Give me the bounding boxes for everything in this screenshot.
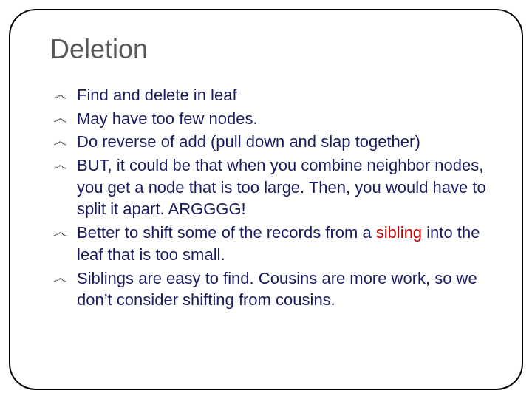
bullet-text: Better to shift some of the records from… [77, 222, 486, 265]
bullet-list: ෴ Find and delete in leaf ෴ May have too… [53, 84, 486, 311]
list-item: ෴ Find and delete in leaf [53, 84, 486, 106]
list-item: ෴ BUT, it could be that when you combine… [53, 154, 486, 220]
slide-title: Deletion [50, 34, 486, 65]
swirl-bullet-icon: ෴ [53, 84, 77, 105]
highlight-word: sibling [376, 223, 422, 242]
bullet-text: BUT, it could be that when you combine n… [77, 154, 486, 220]
list-item: ෴ Siblings are easy to find. Cousins are… [53, 267, 486, 311]
list-item: ෴ Do reverse of add (pull down and slap … [53, 131, 486, 153]
list-item: ෴ Better to shift some of the records fr… [53, 222, 486, 265]
swirl-bullet-icon: ෴ [53, 131, 77, 151]
swirl-bullet-icon: ෴ [53, 267, 77, 288]
list-item: ෴ May have too few nodes. [53, 108, 486, 130]
swirl-bullet-icon: ෴ [53, 222, 77, 242]
slide-frame: Deletion ෴ Find and delete in leaf ෴ May… [9, 9, 523, 390]
bullet-text: Siblings are easy to find. Cousins are m… [77, 267, 486, 311]
swirl-bullet-icon: ෴ [53, 108, 77, 129]
bullet-text: May have too few nodes. [77, 108, 258, 130]
swirl-bullet-icon: ෴ [53, 154, 77, 175]
bullet-text: Do reverse of add (pull down and slap to… [77, 131, 420, 153]
text-prefix: Better to shift some of the records from… [77, 223, 376, 242]
bullet-text: Find and delete in leaf [77, 84, 237, 106]
